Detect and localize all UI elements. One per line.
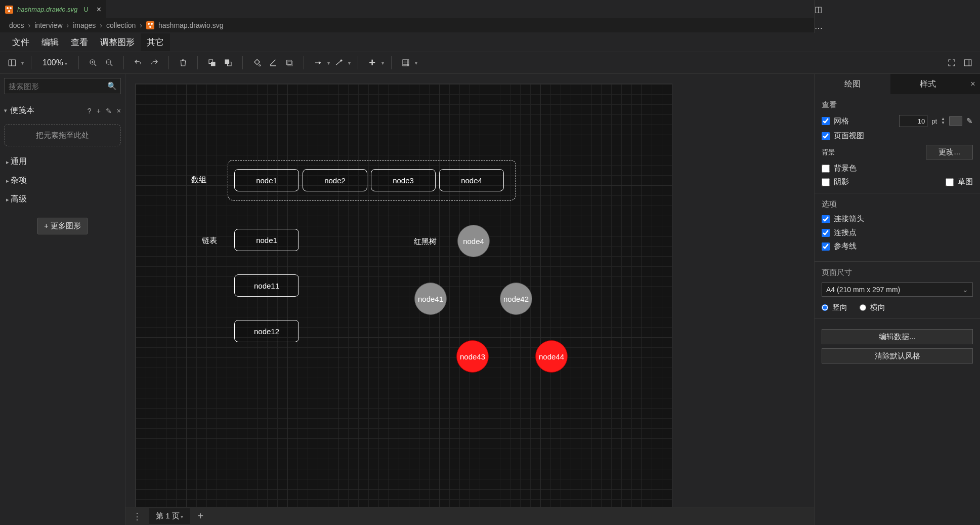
label-array: 数组 bbox=[191, 175, 206, 185]
tree-node[interactable]: node42 bbox=[500, 282, 532, 315]
category-misc[interactable]: 杂项 bbox=[4, 171, 121, 190]
zoom-select[interactable]: 100% bbox=[38, 58, 71, 67]
help-icon[interactable]: ? bbox=[88, 107, 92, 115]
more-shapes-button[interactable]: + 更多图形 bbox=[37, 218, 88, 234]
svg-point-17 bbox=[340, 60, 342, 61]
conn-points-checkbox[interactable] bbox=[822, 229, 830, 237]
shadow-button[interactable] bbox=[282, 56, 296, 70]
close-icon[interactable]: × bbox=[97, 5, 101, 14]
waypoint-style-button[interactable] bbox=[332, 56, 346, 70]
tab-style[interactable]: 样式 bbox=[890, 74, 966, 94]
delete-button[interactable] bbox=[176, 56, 190, 70]
table-button[interactable] bbox=[399, 56, 413, 70]
canvas[interactable]: node1 node2 node3 node4 node1 node11 nod… bbox=[125, 74, 814, 525]
fill-color-button[interactable] bbox=[250, 56, 264, 70]
stepper-down[interactable]: ▼ bbox=[941, 121, 945, 125]
collapse-icon[interactable]: ▾ bbox=[4, 107, 7, 114]
menu-edit[interactable]: 编辑 bbox=[35, 33, 65, 51]
clear-default-style-button[interactable]: 清除默认风格 bbox=[822, 348, 973, 364]
list-node[interactable]: node11 bbox=[234, 274, 299, 297]
undo-button[interactable] bbox=[131, 56, 145, 70]
background-label: 背景 bbox=[822, 148, 846, 157]
bgcolor-checkbox[interactable] bbox=[822, 165, 830, 173]
grid-size-input[interactable] bbox=[899, 115, 927, 127]
array-node[interactable]: node2 bbox=[303, 169, 367, 191]
zoom-in-button[interactable] bbox=[86, 56, 100, 70]
crumb[interactable]: images bbox=[73, 21, 96, 29]
tree-node-red[interactable]: node44 bbox=[535, 340, 568, 373]
tree-node-red[interactable]: node43 bbox=[456, 340, 489, 373]
pages-menu-icon[interactable]: ⋮ bbox=[125, 511, 149, 522]
shadow-checkbox[interactable] bbox=[822, 178, 830, 186]
menu-file[interactable]: 文件 bbox=[6, 33, 35, 51]
file-tab[interactable]: hashmap.drawio.svg U × bbox=[0, 0, 106, 18]
pageview-checkbox[interactable] bbox=[822, 132, 830, 140]
conn-points-label: 连接点 bbox=[834, 228, 857, 237]
svg-rect-23 bbox=[964, 60, 971, 66]
menu-arrange[interactable]: 调整图形 bbox=[94, 33, 141, 51]
search-shapes: 🔍 bbox=[4, 78, 121, 94]
split-editor-icon[interactable]: ◫ bbox=[815, 5, 973, 14]
to-back-button[interactable] bbox=[221, 56, 235, 70]
zoom-out-button[interactable] bbox=[102, 56, 116, 70]
edit-data-button[interactable]: 编辑数据... bbox=[822, 329, 973, 344]
search-input[interactable] bbox=[4, 78, 121, 94]
landscape-radio[interactable] bbox=[860, 304, 866, 311]
line-color-button[interactable] bbox=[266, 56, 280, 70]
pagesize-select[interactable]: A4 (210 mm x 297 mm) bbox=[822, 282, 973, 297]
tab-modified-flag: U bbox=[83, 6, 88, 13]
scratchpad-dropzone[interactable]: 把元素拖至此处 bbox=[4, 124, 121, 146]
conn-arrows-checkbox[interactable] bbox=[822, 215, 830, 223]
edit-grid-color-icon[interactable]: ✎ bbox=[966, 116, 973, 126]
add-icon[interactable]: + bbox=[97, 107, 101, 115]
redo-button[interactable] bbox=[147, 56, 161, 70]
tab-diagram[interactable]: 绘图 bbox=[815, 74, 890, 94]
toolbar: ▾ 100% ▾ ▾ +▾ ▾ bbox=[0, 52, 980, 74]
tree-node[interactable]: node41 bbox=[414, 282, 447, 315]
add-page-button[interactable]: + bbox=[190, 510, 210, 522]
close-icon[interactable]: × bbox=[117, 107, 121, 115]
pagesize-section: 页面尺寸 A4 (210 mm x 297 mm) 竖向 横向 bbox=[815, 262, 980, 319]
crumb[interactable]: collection bbox=[106, 21, 136, 29]
crumb[interactable]: docs bbox=[9, 21, 24, 29]
svg-rect-15 bbox=[288, 61, 292, 66]
svg-rect-10 bbox=[211, 62, 215, 66]
list-node[interactable]: node1 bbox=[234, 229, 299, 251]
crumb[interactable]: hashmap.drawio.svg bbox=[158, 21, 223, 29]
array-node[interactable]: node4 bbox=[439, 169, 504, 191]
category-general[interactable]: 通用 bbox=[4, 152, 121, 171]
landscape-label: 横向 bbox=[870, 303, 885, 312]
category-advanced[interactable]: 高级 bbox=[4, 190, 121, 209]
connection-style-button[interactable] bbox=[311, 56, 325, 70]
list-node[interactable]: node12 bbox=[234, 320, 299, 342]
pageview-label: 页面视图 bbox=[834, 131, 864, 141]
array-node[interactable]: node1 bbox=[234, 169, 299, 191]
search-icon[interactable]: 🔍 bbox=[107, 82, 117, 91]
array-node[interactable]: node3 bbox=[371, 169, 436, 191]
guides-checkbox[interactable] bbox=[822, 243, 830, 251]
format-panel-button[interactable] bbox=[961, 56, 975, 70]
crumb[interactable]: interview bbox=[34, 21, 62, 29]
fullscreen-button[interactable] bbox=[945, 56, 959, 70]
insert-button[interactable]: + bbox=[365, 56, 379, 70]
change-background-button[interactable]: 更改... bbox=[926, 145, 973, 159]
close-panel-icon[interactable]: × bbox=[966, 74, 980, 94]
menu-extras[interactable]: 其它 bbox=[141, 33, 170, 51]
grid-color-swatch[interactable] bbox=[949, 116, 962, 126]
edit-icon[interactable]: ✎ bbox=[106, 107, 112, 115]
page-tab[interactable]: 第 1 页 bbox=[149, 508, 190, 524]
to-front-button[interactable] bbox=[205, 56, 219, 70]
menu-view[interactable]: 查看 bbox=[65, 33, 94, 51]
sketch-checkbox[interactable] bbox=[946, 178, 954, 186]
diagram-page[interactable]: node1 node2 node3 node4 node1 node11 nod… bbox=[136, 84, 672, 525]
grid-checkbox[interactable] bbox=[822, 117, 830, 125]
menubar: 文件 编辑 查看 调整图形 其它 bbox=[0, 32, 980, 52]
toggle-sidebar-button[interactable] bbox=[5, 56, 19, 70]
scratchpad-title: 便笺本 bbox=[10, 105, 34, 116]
portrait-radio[interactable] bbox=[822, 304, 828, 311]
tree-node[interactable]: node4 bbox=[457, 225, 490, 257]
sketch-label: 草图 bbox=[958, 177, 973, 187]
svg-rect-14 bbox=[286, 60, 291, 65]
section-title: 查看 bbox=[822, 100, 973, 110]
more-actions-icon[interactable]: ⋯ bbox=[815, 23, 973, 33]
